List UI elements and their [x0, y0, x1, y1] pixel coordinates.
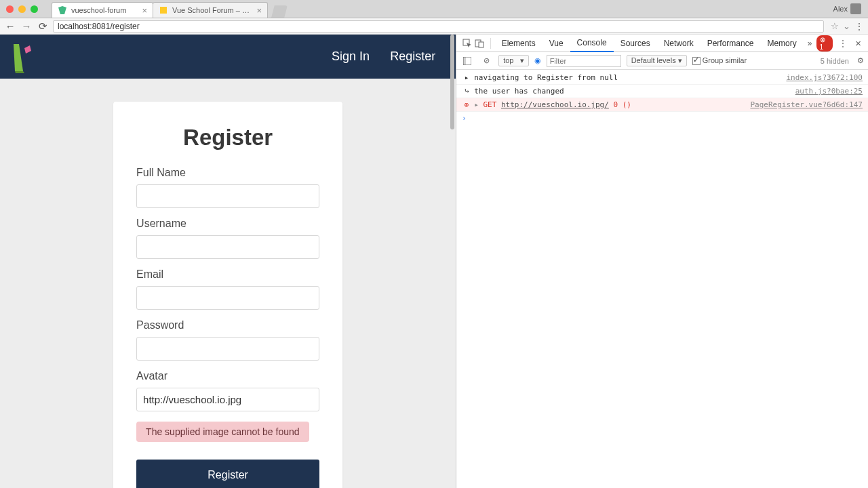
devtools-tabbar: Elements Vue Console Sources Network Per… — [456, 35, 868, 52]
back-button[interactable]: ← — [4, 20, 16, 32]
tab-close-icon[interactable]: × — [256, 5, 262, 16]
zoom-window-icon[interactable] — [31, 5, 38, 13]
log-source-link[interactable]: PageRegister.vue?6d6d:147 — [750, 100, 863, 110]
favicon-icon — [58, 5, 67, 15]
context-dropdown[interactable]: top ▾ — [498, 55, 528, 66]
console-sidebar-icon[interactable] — [460, 54, 474, 68]
tab-title: vueschool-forum — [71, 6, 139, 14]
devtools-tab-sources[interactable]: Sources — [614, 35, 657, 52]
svg-marker-2 — [14, 44, 23, 71]
browser-titlebar: vueschool-forum × Vue School Forum – Dat… — [0, 0, 868, 18]
register-card: Register Full Name Username Email Passwo… — [113, 102, 342, 488]
avatar-label: Avatar — [136, 370, 319, 382]
log-levels-dropdown[interactable]: Default levels ▾ — [627, 55, 687, 66]
svg-marker-3 — [24, 45, 31, 54]
log-message: the user has changed — [471, 86, 789, 96]
scrollbar-thumb[interactable] — [450, 35, 454, 129]
log-source-link[interactable]: index.js?3672:100 — [786, 73, 863, 83]
log-message: ▸ GET http://vueschool.io.jpg/ 0 () — [471, 100, 745, 110]
viewport-split: Sign In Register Register Full Name User… — [0, 35, 868, 488]
url-text: localhost:8081/register — [58, 22, 140, 31]
register-submit-button[interactable]: Register — [136, 460, 319, 488]
console-log-row: ▸ navigating to Register from null index… — [456, 71, 868, 85]
browser-menu-icon[interactable]: ⋮ — [854, 21, 864, 32]
devtools-menu-icon[interactable]: ⋮ — [837, 37, 848, 50]
console-toolbar: ⊘ top ▾ ◉ Default levels ▾ Group similar… — [456, 52, 868, 70]
log-message: navigating to Register from null — [471, 73, 781, 83]
log-source-link[interactable]: auth.js?0bae:25 — [795, 86, 863, 96]
avatar-input[interactable] — [136, 388, 319, 411]
browser-toolbar: ← → ⟳ localhost:8081/register ☆ ⌄ ⋮ — [0, 18, 868, 35]
console-filter-input[interactable] — [547, 55, 621, 67]
more-tabs-icon[interactable]: » — [804, 37, 816, 50]
email-label: Email — [136, 268, 319, 281]
devtools-tab-memory[interactable]: Memory — [760, 35, 803, 52]
username-label: Username — [136, 218, 319, 230]
svg-rect-7 — [479, 42, 484, 47]
hidden-count[interactable]: 5 hidden — [821, 57, 849, 65]
username-input[interactable] — [136, 235, 319, 259]
fullname-label: Full Name — [136, 167, 319, 179]
app-navbar: Sign In Register — [0, 35, 456, 79]
console-log-row: ⤷ the user has changed auth.js?0bae:25 — [456, 85, 868, 98]
error-count-badge[interactable]: ⊗ 1 — [816, 35, 833, 52]
devtools-panel: Elements Vue Console Sources Network Per… — [456, 35, 868, 488]
app-logo-icon[interactable] — [9, 41, 37, 74]
tab-title: Vue School Forum – Databas — [172, 6, 254, 14]
devtools-tab-elements[interactable]: Elements — [495, 35, 542, 52]
forward-button: → — [20, 20, 33, 32]
minimize-window-icon[interactable] — [18, 5, 26, 13]
window-controls — [6, 5, 38, 13]
devtools-close-icon[interactable]: × — [852, 37, 864, 49]
devtools-tab-network[interactable]: Network — [657, 35, 701, 52]
address-bar[interactable]: localhost:8081/register — [53, 20, 824, 33]
reload-button[interactable]: ⟳ — [37, 20, 49, 33]
pocket-icon[interactable]: ⌄ — [843, 21, 850, 31]
clear-console-icon[interactable]: ⊘ — [479, 54, 493, 68]
log-icon: ⤷ — [462, 86, 471, 96]
browser-tab-2[interactable]: Vue School Forum – Databas × — [153, 2, 268, 18]
password-input[interactable] — [136, 337, 319, 361]
svg-marker-0 — [58, 6, 66, 14]
nav-signin-link[interactable]: Sign In — [332, 49, 370, 64]
devtools-tab-console[interactable]: Console — [570, 35, 614, 52]
new-tab-button[interactable] — [271, 5, 288, 18]
email-input[interactable] — [136, 286, 319, 310]
favicon-icon — [159, 5, 168, 15]
tab-strip: vueschool-forum × Vue School Forum – Dat… — [52, 0, 288, 18]
app-page: Sign In Register Register Full Name User… — [0, 35, 456, 488]
profile-badge[interactable]: Alex — [833, 3, 861, 14]
browser-tab-1[interactable]: vueschool-forum × — [52, 2, 153, 18]
log-icon: ▸ — [462, 73, 471, 83]
svg-rect-1 — [160, 7, 167, 14]
group-similar-checkbox[interactable]: Group similar — [692, 56, 747, 65]
svg-marker-4 — [15, 71, 24, 73]
profile-name: Alex — [833, 5, 848, 13]
page-title: Register — [136, 125, 319, 150]
profile-avatar-icon — [850, 3, 861, 14]
close-window-icon[interactable] — [6, 5, 14, 13]
console-settings-icon[interactable]: ⚙ — [857, 56, 864, 65]
bookmark-icon[interactable]: ☆ — [831, 21, 839, 31]
device-toolbar-icon[interactable] — [473, 37, 486, 50]
console-error-row: ⊗ ▸ GET http://vueschool.io.jpg/ 0 () Pa… — [456, 98, 868, 112]
console-prompt[interactable] — [456, 112, 868, 125]
avatar-error-message: The supplied image cannot be found — [136, 422, 309, 442]
eye-icon[interactable]: ◉ — [534, 56, 541, 65]
password-label: Password — [136, 319, 319, 331]
devtools-tab-performance[interactable]: Performance — [701, 35, 761, 52]
nav-register-link[interactable]: Register — [390, 49, 435, 64]
svg-rect-9 — [463, 57, 466, 65]
tab-close-icon[interactable]: × — [142, 5, 147, 16]
inspect-element-icon[interactable] — [460, 37, 473, 50]
console-output: ▸ navigating to Register from null index… — [456, 70, 868, 488]
error-icon: ⊗ — [462, 100, 471, 110]
devtools-tab-vue[interactable]: Vue — [542, 35, 570, 52]
fullname-input[interactable] — [136, 184, 319, 208]
